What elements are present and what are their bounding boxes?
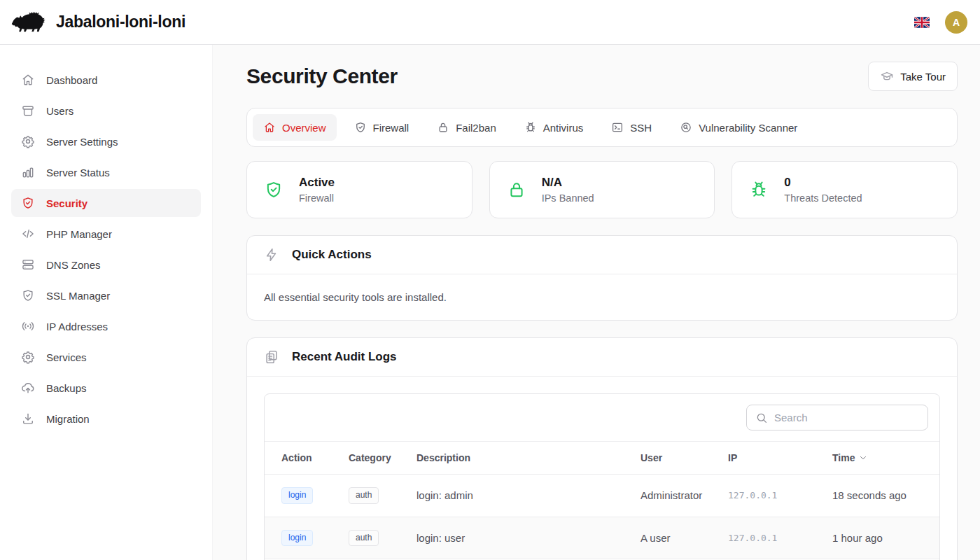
audit-logs-panel: Recent Audit Logs Action	[246, 337, 958, 560]
search-input[interactable]	[774, 412, 919, 424]
sidebar-item-ip-addresses[interactable]: IP Addresses	[11, 312, 201, 340]
column-header-time[interactable]: Time	[825, 442, 939, 475]
zap-icon	[264, 247, 279, 262]
sidebar-item-security[interactable]: Security	[11, 189, 201, 217]
sidebar-item-label: Users	[46, 105, 74, 117]
terminal-icon	[611, 121, 624, 134]
quick-actions-message: All essential security tools are install…	[247, 274, 957, 320]
bug-icon	[524, 121, 537, 134]
status-value: Active	[299, 176, 335, 190]
sidebar-item-migration[interactable]: Migration	[11, 405, 201, 433]
gear-icon	[21, 134, 35, 148]
category-badge: auth	[349, 487, 379, 504]
quick-actions-title: Quick Actions	[292, 248, 372, 262]
audit-logs-table-container: Action Category Description User IP Time	[264, 393, 940, 560]
sidebar-item-backups[interactable]: Backups	[11, 374, 201, 402]
lock-icon	[507, 180, 526, 200]
status-label: Firewall	[299, 192, 335, 204]
tab-label: SSH	[630, 122, 652, 134]
audit-logs-title: Recent Audit Logs	[292, 350, 397, 364]
server-icon	[21, 258, 35, 272]
sidebar-item-label: IP Addresses	[46, 321, 108, 332]
home-icon	[21, 73, 35, 87]
tab-vulnerability-scanner[interactable]: Vulnerability Scanner	[669, 114, 808, 141]
take-tour-button[interactable]: Take Tour	[868, 62, 958, 91]
tab-overview[interactable]: Overview	[253, 114, 337, 141]
status-label: IPs Banned	[542, 192, 594, 204]
status-value: N/A	[542, 176, 594, 190]
status-card-firewall: Active Firewall	[246, 161, 472, 218]
sidebar-item-server-status[interactable]: Server Status	[11, 158, 201, 186]
sidebar-item-php-manager[interactable]: PHP Manager	[11, 220, 201, 248]
tab-antivirus[interactable]: Antivirus	[514, 114, 594, 141]
main-content: Security Center Take Tour Overview Firew…	[213, 45, 980, 560]
ip-cell: 127.0.0.1	[721, 475, 825, 517]
status-value: 0	[784, 176, 862, 190]
status-card-ips-banned: N/A IPs Banned	[489, 161, 715, 218]
archive-icon	[21, 104, 35, 118]
shield-check-icon	[21, 196, 35, 210]
description-cell: login: admin	[410, 475, 634, 517]
column-header-description[interactable]: Description	[410, 442, 634, 475]
sidebar-item-dns-zones[interactable]: DNS Zones	[11, 251, 201, 279]
sidebar-item-ssl-manager[interactable]: SSL Manager	[11, 281, 201, 309]
download-icon	[21, 412, 35, 426]
sidebar: Dashboard Users Server Settings Server S…	[0, 45, 213, 560]
sidebar-item-label: Server Settings	[46, 136, 118, 148]
sidebar-item-label: Backups	[46, 382, 87, 394]
sidebar-item-label: Migration	[46, 413, 90, 425]
radio-icon	[21, 319, 35, 333]
take-tour-label: Take Tour	[900, 71, 946, 83]
user-avatar[interactable]: A	[945, 11, 967, 34]
tab-label: Firewall	[373, 122, 410, 134]
column-header-ip[interactable]: IP	[721, 442, 825, 475]
column-header-category[interactable]: Category	[342, 442, 410, 475]
sidebar-item-label: Server Status	[46, 167, 110, 178]
user-cell: Administrator	[634, 475, 721, 517]
lock-icon	[437, 121, 449, 134]
app-title: Jabaloni-loni-loni	[56, 13, 186, 31]
sidebar-item-users[interactable]: Users	[11, 97, 201, 125]
status-cards: Active Firewall N/A IPs Banned 0 Threats…	[246, 161, 958, 218]
ip-cell: 127.0.0.1	[721, 517, 825, 559]
home-icon	[263, 121, 276, 134]
status-label: Threats Detected	[784, 192, 862, 204]
cloud-upload-icon	[21, 381, 35, 395]
gear-icon	[21, 350, 35, 364]
shield-check-icon	[354, 121, 367, 134]
sidebar-item-server-settings[interactable]: Server Settings	[11, 127, 201, 155]
shield-check-icon	[264, 180, 284, 200]
security-tabs: Overview Firewall Fail2ban Antivirus SSH…	[246, 108, 958, 147]
user-cell: A user	[634, 517, 721, 559]
description-cell: login: user	[410, 517, 634, 559]
sidebar-item-dashboard[interactable]: Dashboard	[11, 66, 201, 94]
bug-icon	[749, 180, 769, 200]
status-card-threats: 0 Threats Detected	[732, 161, 958, 218]
tab-fail2ban[interactable]: Fail2ban	[426, 114, 507, 141]
sidebar-item-label: Security	[46, 197, 88, 209]
time-cell: 1 hour ago	[825, 517, 939, 559]
language-flag-icon[interactable]	[914, 17, 930, 28]
sidebar-item-label: SSL Manager	[46, 290, 110, 302]
action-badge: login	[281, 487, 313, 504]
page-title: Security Center	[246, 64, 398, 88]
app-header: Jabaloni-loni-loni A	[0, 0, 980, 45]
sidebar-item-label: DNS Zones	[46, 259, 101, 271]
sidebar-item-label: Dashboard	[46, 74, 97, 86]
table-row: login auth login: admin Administrator 12…	[265, 475, 939, 517]
time-cell: 18 seconds ago	[825, 475, 939, 517]
tab-ssh[interactable]: SSH	[601, 114, 662, 141]
graduation-cap-icon	[880, 69, 894, 83]
audit-search	[746, 405, 928, 430]
sidebar-item-services[interactable]: Services	[11, 343, 201, 371]
tab-label: Vulnerability Scanner	[699, 122, 797, 134]
audit-logs-table: Action Category Description User IP Time	[265, 441, 939, 559]
column-header-user[interactable]: User	[634, 442, 721, 475]
tab-firewall[interactable]: Firewall	[344, 114, 420, 141]
sidebar-item-label: Services	[46, 351, 87, 363]
category-badge: auth	[349, 530, 379, 547]
tab-label: Antivirus	[543, 122, 584, 134]
app-logo[interactable]: Jabaloni-loni-loni	[11, 9, 186, 36]
scan-search-icon	[680, 121, 692, 134]
column-header-action[interactable]: Action	[265, 442, 342, 475]
